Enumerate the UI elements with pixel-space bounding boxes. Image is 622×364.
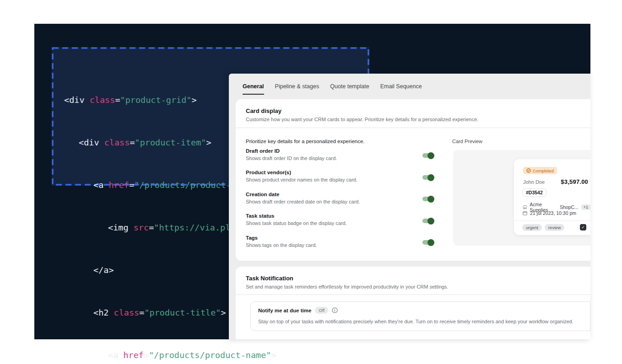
toggle-label: Draft order ID [246, 148, 438, 154]
code-token: <div [79, 138, 104, 147]
toggle-description: Shows product vendor names on the displa… [246, 177, 438, 182]
toggle-label: Product vendor(s) [246, 169, 438, 176]
notify-due-time-card: Notify me at due time Off Stay on top of… [250, 301, 590, 331]
toggle-switch-tags[interactable] [422, 239, 434, 246]
tag-review: review [545, 224, 564, 231]
code-token: > [206, 138, 211, 147]
code-token: class [90, 95, 115, 105]
toggle-row-creation-date: Creation date Shows draft order created … [246, 191, 438, 204]
code-token: class [104, 138, 130, 147]
notify-row: Notify me at due time Off [258, 307, 338, 314]
code-token: <img [108, 223, 134, 232]
toggle-knob [427, 196, 434, 203]
toggle-knob [427, 239, 434, 246]
code-token: = [144, 350, 149, 360]
crm-card-preview: Completed John Doe $3,597.00 #D3542 Acme… [514, 159, 590, 235]
settings-panel: General Pipeline & stages Quote template… [229, 74, 590, 339]
calendar-icon [523, 211, 527, 215]
toggle-description: Shows tags on the display card. [246, 242, 438, 248]
order-id-badge: #D3542 [522, 188, 546, 197]
section-subtitle: Set and manage task reminders effortless… [246, 284, 580, 289]
code-token: = [129, 180, 134, 190]
code-token: "product-item" [135, 138, 206, 147]
customer-name: John Doe [523, 179, 545, 185]
toggle-knob [427, 152, 434, 159]
code-token: <a [108, 350, 123, 360]
toggle-switch-product-vendors[interactable] [422, 174, 434, 181]
code-line: <a href="/products/product-name"> [64, 348, 302, 362]
notify-state-badge: Off [315, 307, 328, 314]
tag-urgent: urgent [522, 224, 542, 231]
storefront-icon [523, 205, 527, 209]
task-checkbox[interactable]: ✓ [580, 224, 586, 230]
info-icon[interactable] [332, 307, 338, 313]
tags-row: urgent review [522, 224, 564, 231]
code-token: <div [64, 95, 90, 105]
section-title: Card display [246, 107, 580, 114]
task-notification-header: Task Notification Set and manage task re… [236, 267, 590, 295]
toggle-row-task-status: Task status Shows task status badge on t… [246, 213, 438, 226]
code-token: > [191, 95, 196, 105]
code-token: = [139, 308, 144, 317]
completed-clock-icon [526, 168, 531, 173]
code-token: = [149, 223, 154, 232]
toggle-label: Creation date [246, 191, 438, 198]
toggle-label: Task status [246, 213, 438, 219]
toggles-column-heading: Prioritize key details for a personalize… [246, 139, 365, 144]
tab-pipeline-stages[interactable]: Pipeline & stages [275, 83, 319, 95]
status-badge-label: Completed [533, 168, 554, 173]
code-token: class [114, 308, 140, 317]
order-amount: $3,597.00 [561, 178, 588, 185]
customer-amount-row: John Doe $3,597.00 [523, 178, 588, 185]
toggle-knob [427, 174, 434, 181]
code-token: src [134, 223, 149, 232]
tab-quote-template[interactable]: Quote template [330, 83, 369, 95]
toggle-description: Shows draft order created date on the di… [246, 199, 438, 204]
code-token: "product-grid" [120, 95, 192, 105]
code-token: = [130, 138, 135, 147]
toggle-switch-draft-order-id[interactable] [422, 152, 434, 159]
code-token: = [115, 95, 120, 105]
toggle-switch-task-status[interactable] [422, 217, 434, 225]
settings-tabs: General Pipeline & stages Quote template… [243, 83, 422, 95]
creation-datetime: 21 jul 2023, 10:30 pm [530, 210, 576, 216]
code-token: "product-title" [144, 308, 221, 317]
tab-general[interactable]: General [243, 83, 264, 95]
toggle-description: Shows draft order ID on the display card… [246, 155, 438, 161]
card-preview-box: Completed John Doe $3,597.00 #D3542 Acme… [453, 150, 590, 246]
code-token: <a [93, 180, 108, 190]
toggle-switch-creation-date[interactable] [422, 195, 434, 203]
code-token: > [221, 308, 226, 317]
toggle-row-draft-order-id: Draft order ID Shows draft order ID on t… [246, 148, 438, 161]
section-title: Task Notification [246, 275, 580, 282]
code-token: href [108, 180, 129, 190]
toggle-label: Tags [246, 235, 438, 241]
mini-card-divider [514, 220, 590, 221]
task-notification-section: Task Notification Set and manage task re… [236, 267, 590, 339]
card-preview-label: Card Preview [452, 139, 482, 144]
section-subtitle: Customize how you want your CRM cards to… [246, 117, 580, 122]
card-display-header: Card display Customize how you want your… [236, 99, 590, 128]
toggle-row-tags: Tags Shows tags on the display card. [246, 235, 438, 248]
code-token: > [271, 350, 276, 360]
card-display-section: Card display Customize how you want your… [236, 99, 590, 261]
code-token: <h2 [93, 308, 114, 317]
code-token: href [123, 350, 144, 360]
toggle-row-product-vendors: Product vendor(s) Shows product vendor n… [246, 169, 438, 182]
status-badge: Completed [523, 167, 557, 174]
toggle-description: Shows task status badge on the display c… [246, 220, 438, 226]
more-vendors-badge: +1 [581, 204, 590, 210]
tab-email-sequence[interactable]: Email Sequence [380, 83, 422, 95]
code-token: </a> [93, 265, 114, 275]
toggle-knob [427, 218, 434, 225]
notify-label: Notify me at due time [258, 308, 311, 313]
notify-description: Stay on top of your tasks with notificat… [258, 319, 573, 324]
vendor-name-truncated: ShopC... [560, 204, 579, 210]
creation-date-row: 21 jul 2023, 10:30 pm [523, 210, 576, 216]
code-token: "/products/product-name" [149, 350, 271, 360]
